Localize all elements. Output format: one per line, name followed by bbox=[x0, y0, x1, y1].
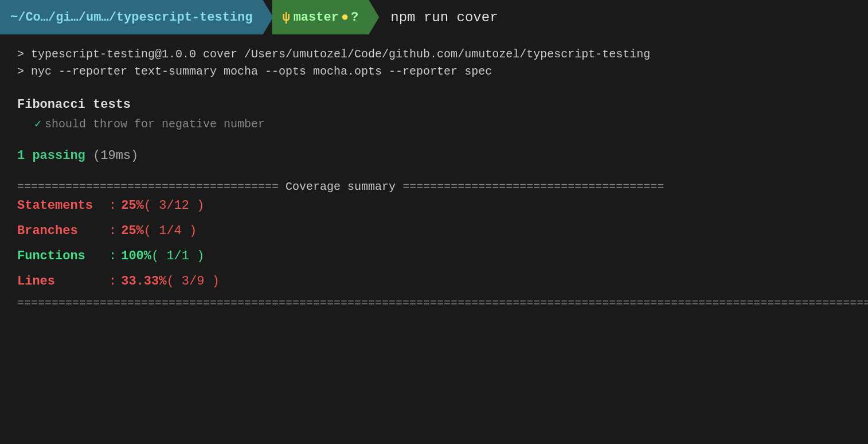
cov-value: 25% bbox=[121, 193, 144, 219]
coverage-header: ====================================== C… bbox=[17, 180, 851, 193]
title-bar: ~/Co…/gi…/um…/typescript-testing ψ maste… bbox=[0, 0, 868, 34]
cov-value: 25% bbox=[121, 219, 144, 244]
coverage-row: Lines : 33.33% ( 3/9 ) bbox=[17, 269, 851, 294]
coverage-row: Statements : 25% ( 3/12 ) bbox=[17, 193, 851, 219]
passing-summary: 1 passing (19ms) bbox=[17, 149, 851, 163]
path-text: ~/Co…/gi…/um…/typescript-testing bbox=[10, 10, 252, 25]
cov-detail: ( 1/4 ) bbox=[144, 219, 197, 244]
command-text: npm run cover bbox=[390, 10, 498, 25]
test-result-item: ✓should throw for negative number bbox=[17, 114, 851, 135]
path-badge: ~/Co…/gi…/um…/typescript-testing bbox=[0, 0, 273, 34]
cov-label: Lines bbox=[17, 269, 109, 294]
cov-colon: : bbox=[109, 244, 116, 269]
terminal-window: ~/Co…/gi…/um…/typescript-testing ψ maste… bbox=[0, 0, 868, 444]
test-name: should throw for negative number bbox=[45, 118, 265, 131]
footer-equals: ========================================… bbox=[17, 297, 851, 310]
branch-name: master bbox=[294, 10, 339, 25]
cov-colon: : bbox=[109, 269, 116, 294]
check-icon: ✓ bbox=[34, 118, 41, 131]
dot-indicator: ● bbox=[341, 10, 349, 25]
cov-label: Branches bbox=[17, 219, 109, 244]
coverage-section: ====================================== C… bbox=[17, 180, 851, 310]
cov-colon: : bbox=[109, 219, 116, 244]
coverage-rows: Statements : 25% ( 3/12 )Branches : 25% … bbox=[17, 193, 851, 294]
npm-output-line-2: > nyc --reporter text-summary mocha --op… bbox=[17, 63, 851, 80]
cov-detail: ( 1/1 ) bbox=[151, 244, 204, 269]
cov-colon: : bbox=[109, 193, 116, 219]
cov-value: 33.33% bbox=[121, 269, 166, 294]
question-mark: ? bbox=[351, 10, 358, 25]
test-suite-title: Fibonacci tests bbox=[17, 98, 851, 112]
passing-count: 1 passing bbox=[17, 149, 85, 163]
cov-detail: ( 3/9 ) bbox=[166, 269, 219, 294]
branch-badge: ψ master ● ? bbox=[272, 0, 379, 34]
passing-time: (19ms) bbox=[85, 149, 138, 163]
npm-output-line-1: > typescript-testing@1.0.0 cover /Users/… bbox=[17, 46, 851, 63]
cov-label: Functions bbox=[17, 244, 109, 269]
git-icon: ψ bbox=[282, 10, 290, 25]
cov-detail: ( 3/12 ) bbox=[144, 193, 205, 219]
cov-value: 100% bbox=[121, 244, 151, 269]
cov-label: Statements bbox=[17, 193, 109, 219]
coverage-row: Functions : 100% ( 1/1 ) bbox=[17, 244, 851, 269]
coverage-row: Branches : 25% ( 1/4 ) bbox=[17, 219, 851, 244]
terminal-body: > typescript-testing@1.0.0 cover /Users/… bbox=[0, 34, 868, 444]
